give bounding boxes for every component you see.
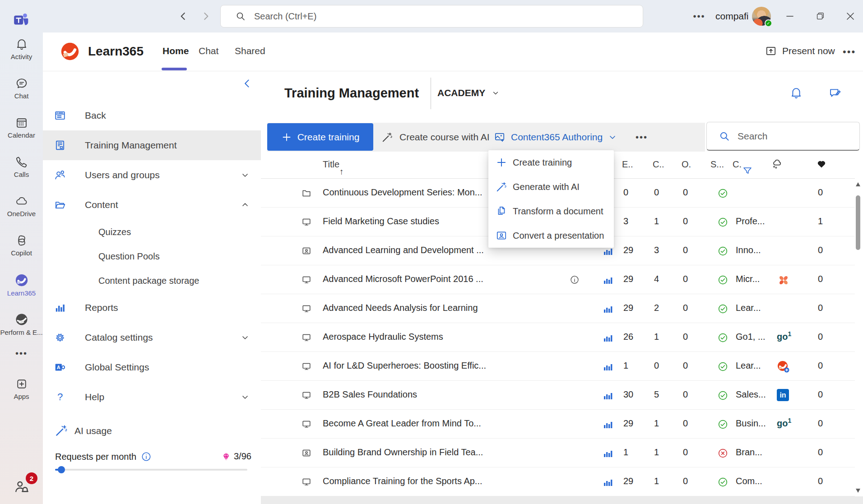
training-title[interactable]: AI for L&D Superheroes: Boosting Effic..…: [323, 361, 486, 371]
table-row[interactable]: Become A Great Leader from Mind To...291…: [261, 410, 855, 439]
cloud-column-icon[interactable]: [771, 158, 783, 170]
chart-icon[interactable]: [603, 332, 613, 343]
sidebar-subitem-quizzes[interactable]: Quizzes: [43, 220, 261, 244]
avatar[interactable]: ✓: [752, 7, 771, 26]
titlebar-more-icon[interactable]: •••: [692, 10, 706, 23]
training-title[interactable]: Advanced Learning and Development ...: [323, 245, 484, 255]
menu-item-transform-a-document[interactable]: Transform a document: [488, 199, 614, 223]
create-training-button[interactable]: Create training: [267, 123, 373, 151]
chart-icon[interactable]: [603, 448, 613, 458]
scroll-down-icon[interactable]: [856, 489, 860, 493]
teams-logo-icon[interactable]: [13, 11, 30, 28]
menu-item-create-training[interactable]: Create training: [488, 150, 614, 175]
wand-icon: [496, 181, 507, 193]
chart-icon[interactable]: [603, 274, 613, 285]
sidebar-subitem-question-pools[interactable]: Question Pools: [43, 244, 261, 268]
global-search-input[interactable]: Search (Ctrl+E): [220, 5, 643, 28]
col-e[interactable]: E..: [622, 159, 633, 170]
table-scrollbar[interactable]: [854, 180, 862, 495]
rail-item-calls[interactable]: Calls: [0, 156, 43, 178]
sidebar-item-training-management[interactable]: Training Management: [43, 130, 261, 160]
rail-item-onedrive[interactable]: OneDrive: [0, 195, 43, 217]
training-title[interactable]: Aerospace Hydraulic Systems: [323, 332, 443, 342]
notifications-bell-icon[interactable]: [790, 87, 803, 99]
nav-forward-icon[interactable]: [200, 10, 212, 23]
training-title[interactable]: Become A Great Leader from Mind To...: [323, 418, 481, 429]
present-now-button[interactable]: Present now: [765, 45, 835, 57]
copilot-icon: [0, 234, 43, 247]
tab-shared[interactable]: Shared: [235, 46, 265, 56]
account-name[interactable]: compafi: [715, 11, 749, 22]
app-header-more-icon[interactable]: •••: [843, 46, 856, 58]
scroll-up-icon[interactable]: [856, 182, 860, 186]
category: Lear...: [736, 303, 761, 313]
sidebar-item-ai-usage[interactable]: AI usage: [43, 416, 261, 446]
menu-item-generate-with-ai[interactable]: Generate with AI: [488, 175, 614, 199]
training-title[interactable]: Building Brand Ownership in Field Tea...: [323, 447, 483, 458]
image-icon: [494, 131, 506, 143]
sidebar-item-help[interactable]: ?Help: [43, 382, 261, 412]
rail-item-copilot[interactable]: Copilot: [0, 234, 43, 257]
training-title[interactable]: Field Marketing Case studies: [323, 216, 439, 227]
academy-selector[interactable]: ACADEMY: [437, 88, 500, 98]
sidebar-item-content[interactable]: Content: [43, 190, 261, 220]
col-o[interactable]: O.: [682, 159, 691, 170]
table-row[interactable]: B2B Sales Foundations3050Sales...in0: [261, 381, 855, 410]
table-row[interactable]: AI for L&D Superheroes: Boosting Effic..…: [261, 352, 855, 381]
tab-chat[interactable]: Chat: [199, 46, 218, 56]
tab-home[interactable]: Home: [162, 46, 189, 56]
close-button[interactable]: [844, 10, 857, 23]
sidebar-item-catalog-settings[interactable]: Catalog settings: [43, 323, 261, 352]
info-icon[interactable]: [141, 451, 152, 462]
rail-item-activity[interactable]: Activity: [0, 38, 43, 60]
sidebar-collapse-icon[interactable]: [241, 78, 253, 89]
nav-back-icon[interactable]: [177, 10, 190, 23]
table-row[interactable]: Compliance Training for the Sports Ap...…: [261, 467, 855, 496]
content365-authoring-button[interactable]: Content365 Authoring: [494, 123, 617, 152]
rail-item-chat[interactable]: Chat: [0, 77, 43, 100]
training-title[interactable]: B2B Sales Foundations: [323, 389, 417, 400]
chart-icon[interactable]: [603, 361, 613, 372]
training-title[interactable]: Advanced Needs Analysis for Learning: [323, 303, 478, 313]
search-icon: [235, 11, 246, 22]
rail-item-apps[interactable]: Apps: [0, 378, 43, 400]
likes-column-icon[interactable]: [816, 158, 827, 169]
training-title[interactable]: Compliance Training for the Sports Ap...: [323, 476, 483, 486]
create-course-ai-button[interactable]: Create course with AI: [381, 123, 490, 152]
rail-item-calendar[interactable]: Calendar: [0, 116, 43, 139]
info-icon[interactable]: [570, 275, 580, 285]
col-s[interactable]: S...: [710, 159, 724, 170]
rail-more-icon[interactable]: •••: [0, 348, 43, 359]
table-row[interactable]: Advanced Microsoft PowerPoint 2016 ...29…: [261, 265, 855, 294]
table-row[interactable]: Building Brand Ownership in Field Tea...…: [261, 439, 855, 467]
table-search-input[interactable]: Search: [706, 122, 860, 151]
sidebar-subitem-label: Question Pools: [98, 251, 160, 262]
completed-count: 0: [654, 187, 659, 198]
training-title[interactable]: Continuous Development Series: Mon...: [323, 187, 483, 198]
rail-people-button[interactable]: 2: [0, 478, 43, 495]
minimize-button[interactable]: [783, 10, 797, 23]
menu-item-convert-a-presentation[interactable]: Convert a presentation: [488, 223, 614, 248]
table-row[interactable]: Advanced Needs Analysis for Learning2920…: [261, 294, 855, 323]
rail-item-learn365[interactable]: Learn365: [0, 273, 43, 297]
table-row[interactable]: Aerospace Hydraulic Systems2610Go1, ...g…: [261, 323, 855, 352]
sidebar-subitem-content-package-storage[interactable]: Content package storage: [43, 268, 261, 293]
scrollbar-thumb[interactable]: [856, 195, 860, 250]
toolbar-more-icon[interactable]: •••: [636, 123, 648, 152]
feedback-icon[interactable]: [829, 87, 841, 99]
chevron-down-icon: [492, 89, 500, 97]
sidebar-item-reports[interactable]: Reports: [43, 293, 261, 323]
col-title[interactable]: Title ↑: [323, 159, 339, 170]
sidebar-item-global-settings[interactable]: AGlobal Settings: [43, 352, 261, 382]
col-c[interactable]: C..: [653, 159, 664, 170]
maximize-button[interactable]: [813, 10, 827, 23]
rail-item-perform[interactable]: Perform & E...: [0, 313, 43, 336]
training-title[interactable]: Advanced Microsoft PowerPoint 2016 ...: [323, 274, 483, 284]
chart-icon[interactable]: [603, 390, 613, 401]
sidebar-item-back[interactable]: Back: [43, 101, 261, 130]
sidebar-item-users-and-groups[interactable]: Users and groups: [43, 160, 261, 190]
chart-icon[interactable]: [603, 419, 613, 430]
col-cat[interactable]: C.: [733, 159, 742, 170]
chart-icon[interactable]: [603, 303, 613, 314]
chart-icon[interactable]: [603, 476, 613, 487]
